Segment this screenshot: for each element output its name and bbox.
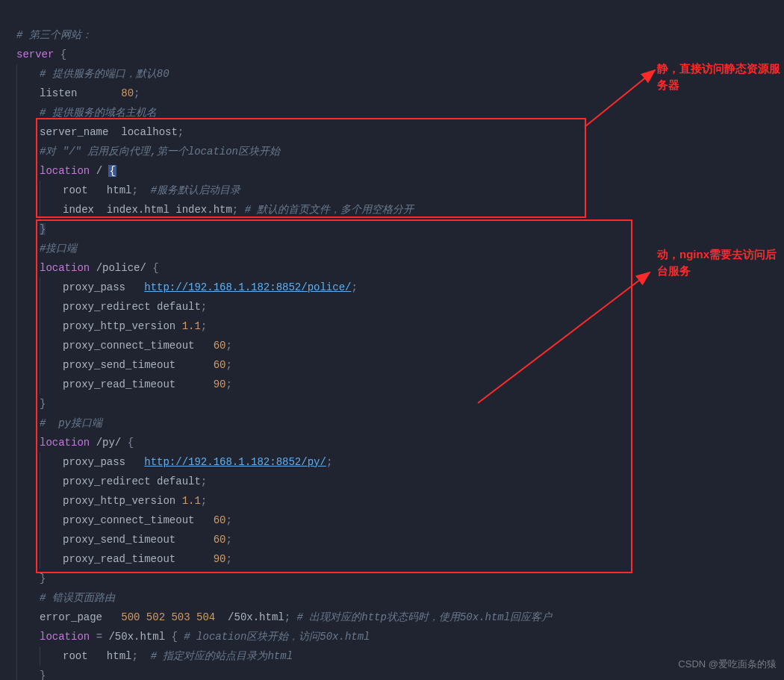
watermark: CSDN @爱吃面条的猿 <box>678 655 777 674</box>
proxy-url-police[interactable]: http://192.168.1.182:8852/police/ <box>144 281 351 293</box>
cursor: { <box>108 165 116 177</box>
comment: # 第三个网站： <box>16 29 92 41</box>
keyword-server: server <box>16 49 54 60</box>
code-editor[interactable]: # 第三个网站： server { # 提供服务的端口，默认80 listen … <box>0 0 784 680</box>
annotation-dynamic: 动，nginx需要去访问后台服务 <box>657 246 784 279</box>
proxy-url-py[interactable]: http://192.168.1.182:8852/py/ <box>144 456 326 468</box>
annotation-static: 静，直接访问静态资源服务器 <box>657 60 784 93</box>
